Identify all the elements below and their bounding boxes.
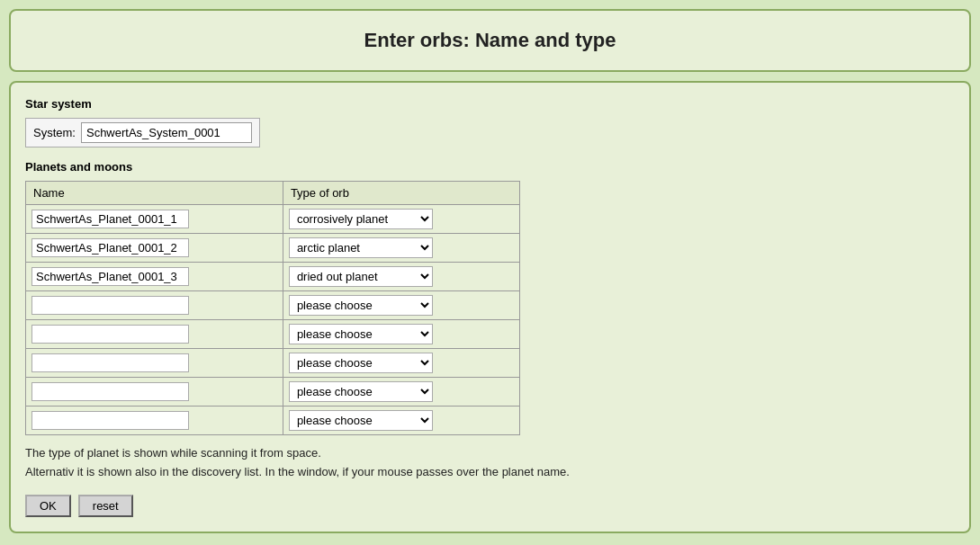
planet-type-select[interactable]: please choosearctic planetcorrosively pl… (289, 266, 433, 287)
col-name-header: Name (26, 182, 283, 205)
table-row: please choosearctic planetcorrosively pl… (26, 349, 520, 378)
planet-name-input[interactable] (31, 296, 189, 315)
planet-type-select[interactable]: please choosearctic planetcorrosively pl… (289, 324, 433, 344)
planet-name-cell (26, 349, 283, 378)
system-row: System: (25, 118, 955, 147)
planet-type-select[interactable]: please choosearctic planetcorrosively pl… (289, 381, 433, 402)
planet-type-select[interactable]: please choosearctic planetcorrosively pl… (289, 353, 433, 373)
planet-type-cell: please choosearctic planetcorrosively pl… (283, 234, 519, 263)
buttons-row: OK reset (25, 495, 955, 517)
planet-name-input[interactable] (31, 325, 189, 344)
planet-name-cell (26, 378, 283, 407)
planets-heading: Planets and moons (25, 160, 955, 174)
main-box: Star system System: Planets and moons Na… (9, 81, 971, 533)
planet-type-cell: please choosearctic planetcorrosively pl… (283, 205, 519, 234)
col-type-header: Type of orb (283, 182, 519, 205)
ok-button[interactable]: OK (25, 495, 71, 517)
planet-name-input[interactable] (31, 210, 189, 228)
table-row: please choosearctic planetcorrosively pl… (26, 234, 520, 263)
title-box: Enter orbs: Name and type (9, 9, 971, 72)
planet-name-input[interactable] (31, 238, 189, 257)
planet-name-cell (26, 320, 283, 349)
planet-type-select[interactable]: please choosearctic planetcorrosively pl… (289, 410, 433, 431)
planet-name-cell (26, 291, 283, 320)
planets-table: Name Type of orb please choosearctic pla… (25, 181, 520, 435)
planet-name-cell (26, 205, 283, 234)
planet-type-cell: please choosearctic planetcorrosively pl… (283, 320, 519, 349)
planet-type-select[interactable]: please choosearctic planetcorrosively pl… (289, 209, 433, 229)
planet-type-cell: please choosearctic planetcorrosively pl… (283, 407, 519, 435)
planet-name-cell (26, 263, 283, 291)
planet-type-select[interactable]: please choosearctic planetcorrosively pl… (289, 295, 433, 316)
table-row: please choosearctic planetcorrosively pl… (26, 263, 520, 291)
planet-name-input[interactable] (31, 267, 189, 286)
info-line2: Alternativ it is shown also in the disco… (25, 463, 955, 482)
planet-type-cell: please choosearctic planetcorrosively pl… (283, 349, 519, 378)
system-wrapper: System: (25, 118, 260, 147)
system-input[interactable] (81, 122, 252, 143)
info-text: The type of planet is shown while scanni… (25, 444, 955, 482)
star-system-heading: Star system (25, 97, 955, 111)
planet-name-cell (26, 234, 283, 263)
planet-type-cell: please choosearctic planetcorrosively pl… (283, 378, 519, 407)
planet-type-cell: please choosearctic planetcorrosively pl… (283, 291, 519, 320)
table-row: please choosearctic planetcorrosively pl… (26, 291, 520, 320)
system-label: System: (33, 126, 76, 139)
table-row: please choosearctic planetcorrosively pl… (26, 378, 520, 407)
planet-name-cell (26, 407, 283, 435)
info-line1: The type of planet is shown while scanni… (25, 444, 955, 463)
table-row: please choosearctic planetcorrosively pl… (26, 205, 520, 234)
planet-type-cell: please choosearctic planetcorrosively pl… (283, 263, 519, 291)
planet-name-input[interactable] (31, 353, 189, 372)
reset-button[interactable]: reset (78, 495, 133, 517)
page-title: Enter orbs: Name and type (29, 29, 951, 52)
table-row: please choosearctic planetcorrosively pl… (26, 407, 520, 435)
planet-name-input[interactable] (31, 411, 189, 430)
table-row: please choosearctic planetcorrosively pl… (26, 320, 520, 349)
planet-type-select[interactable]: please choosearctic planetcorrosively pl… (289, 237, 433, 258)
planet-name-input[interactable] (31, 382, 189, 401)
